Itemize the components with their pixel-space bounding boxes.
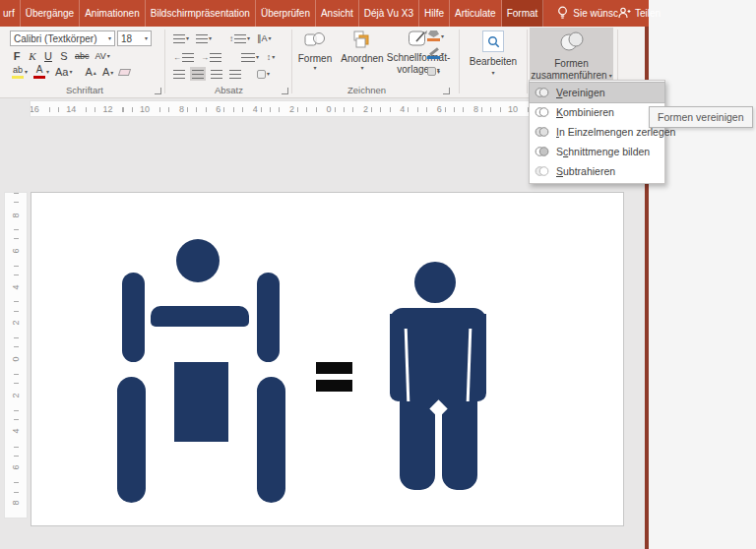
- left-figure-left-arm-pill[interactable]: [122, 273, 145, 362]
- menu-item-label: Subtrahieren: [556, 165, 615, 177]
- align-right-button[interactable]: [209, 67, 224, 81]
- ruler-number: 6: [10, 243, 22, 259]
- tab-articulate[interactable]: Articulate: [450, 0, 502, 27]
- fill-color-swatch: [427, 38, 440, 41]
- underline-button[interactable]: U: [41, 49, 55, 63]
- arrange-button[interactable]: Anordnen ▾: [337, 30, 388, 71]
- paragraph-dialog-launcher[interactable]: [282, 88, 288, 94]
- chevron-down-icon: ▾: [272, 54, 275, 60]
- left-figure-right-arm-pill[interactable]: [257, 273, 280, 362]
- equals-sign-bottom-bar[interactable]: [316, 380, 352, 392]
- left-figure-right-leg-pill[interactable]: [257, 377, 285, 503]
- ruler-number: 2: [287, 104, 296, 115]
- right-figure-head-circle[interactable]: [414, 262, 456, 303]
- tab-animationen[interactable]: Animationen: [80, 0, 146, 27]
- chevron-down-icon: ▾: [247, 35, 250, 41]
- tab-ansicht[interactable]: Ansicht: [316, 0, 359, 27]
- strikethrough-button[interactable]: abc: [73, 49, 92, 63]
- shape-outline-button[interactable]: ▾: [427, 48, 444, 59]
- lines-icon: [210, 53, 221, 62]
- align-left-button[interactable]: [171, 67, 187, 81]
- tab-d-j-vu-x3[interactable]: Déjà Vu X3: [359, 0, 419, 27]
- drawing-dialog-launcher[interactable]: [443, 88, 450, 94]
- ruler-number: 8: [177, 104, 186, 115]
- slide-canvas[interactable]: [31, 192, 624, 526]
- font-color-button[interactable]: A ▾: [32, 65, 51, 79]
- clear-formatting-button[interactable]: [117, 65, 132, 79]
- case-label: Aa: [55, 66, 68, 78]
- left-figure-left-leg-pill[interactable]: [117, 377, 146, 503]
- vertical-ruler[interactable]: 864202468: [4, 192, 28, 518]
- bullets-button[interactable]: ▾: [171, 31, 191, 45]
- chevron-down-icon: ▾: [145, 35, 148, 41]
- align-center-button[interactable]: [190, 67, 206, 81]
- menu-item-schnittmenge-bilden[interactable]: Schnittmenge bilden: [530, 142, 664, 161]
- left-figure-torso-rect[interactable]: [174, 362, 228, 442]
- right-figure-right-leg[interactable]: [442, 385, 477, 490]
- tab-hilfe[interactable]: Hilfe: [419, 0, 450, 27]
- shrink-font-button[interactable]: A▾: [100, 65, 115, 79]
- right-arrow-icon: →: [201, 53, 209, 62]
- menu-item-label: Schnittmenge bilden: [556, 146, 650, 157]
- tab--berpr-fen[interactable]: Überprüfen: [256, 0, 316, 27]
- character-spacing-button[interactable]: AV▾: [94, 49, 112, 63]
- merge-shapes-button[interactable]: Formen zusammenführen▾: [530, 28, 613, 80]
- numbering-button[interactable]: ▾: [194, 31, 214, 45]
- align-text-button[interactable]: ↕▾: [264, 50, 278, 64]
- menu-item-vereinigen[interactable]: Vereinigen: [530, 83, 664, 102]
- editing-group-label: Bearbeiten: [462, 56, 525, 67]
- tell-me-box[interactable]: Sie wünsc: [557, 0, 618, 27]
- chevron-down-icon: ▾: [313, 65, 316, 71]
- change-case-button[interactable]: Aa▾: [53, 65, 74, 79]
- decrease-indent-button[interactable]: ←: [171, 50, 196, 64]
- menu-item-subtrahieren[interactable]: Subtrahieren: [530, 161, 664, 181]
- justify-button[interactable]: [227, 67, 243, 81]
- left-figure-head-circle[interactable]: [176, 239, 220, 282]
- equals-sign-top-bar[interactable]: [316, 362, 352, 374]
- font-dialog-launcher[interactable]: [155, 88, 161, 94]
- quick-styles-icon: [408, 30, 429, 51]
- chevron-down-icon[interactable]: ▾: [491, 70, 494, 76]
- grow-font-button[interactable]: A▴: [84, 65, 98, 79]
- left-figure-shoulder-bar[interactable]: [151, 306, 249, 327]
- font-name-combobox[interactable]: Calibri (Textkörper)▾: [10, 30, 115, 46]
- menu-item-kombinieren[interactable]: Kombinieren: [530, 102, 664, 122]
- ruler-number: 10: [506, 104, 520, 115]
- shapes-button[interactable]: Formen ▾: [295, 30, 335, 71]
- vertical-align-icon: ↕: [267, 52, 272, 62]
- text-direction-button[interactable]: ∥A▾: [255, 31, 274, 45]
- chevron-down-icon: ▾: [25, 69, 28, 75]
- right-figure-left-leg[interactable]: [400, 385, 435, 490]
- convert-to-smartart-button[interactable]: ▾: [255, 67, 272, 81]
- pencil-icon: [429, 47, 439, 56]
- group-separator: [527, 30, 528, 93]
- text-highlight-button[interactable]: ab ▾: [10, 65, 30, 79]
- text-shadow-button[interactable]: S: [57, 49, 71, 63]
- menu-item-label: Vereinigen: [556, 87, 605, 98]
- chevron-down-icon: ▾: [441, 33, 444, 39]
- tab-bildschirmpr-sentation[interactable]: Bildschirmpräsentation: [146, 0, 256, 27]
- merge-fragment-icon: [535, 126, 549, 138]
- ruler-number: 4: [251, 104, 260, 115]
- shape-fill-button[interactable]: ▾: [427, 30, 444, 41]
- updown-arrow-icon: ↕: [229, 34, 233, 43]
- chevron-down-icon: ▾: [209, 35, 212, 41]
- editing-search-button[interactable]: [482, 30, 504, 52]
- shape-effects-button[interactable]: ▾: [427, 67, 440, 76]
- menu-item-in-einzelmengen-zerlegen[interactable]: In Einzelmengen zerlegen: [530, 122, 664, 142]
- ribbon-tab-bar: urfÜbergängeAnimationenBildschirmpräsent…: [0, 0, 649, 27]
- left-arrow-icon: ←: [173, 53, 181, 62]
- tab--berg-nge[interactable]: Übergänge: [21, 0, 80, 27]
- bold-button[interactable]: F: [10, 49, 24, 63]
- tab-format[interactable]: Format: [502, 0, 544, 27]
- tab-urf[interactable]: urf: [0, 0, 21, 27]
- share-button[interactable]: Teilen: [618, 0, 661, 27]
- increase-indent-button[interactable]: →: [199, 50, 223, 64]
- columns-button[interactable]: ▾: [239, 50, 261, 64]
- smartart-icon: [257, 70, 266, 79]
- align-right-icon: [211, 70, 222, 79]
- italic-button[interactable]: K: [26, 49, 39, 63]
- chevron-down-icon: ▾: [269, 35, 272, 41]
- line-spacing-button[interactable]: ↕▾: [227, 31, 252, 45]
- font-size-combobox[interactable]: 18▾: [117, 30, 152, 46]
